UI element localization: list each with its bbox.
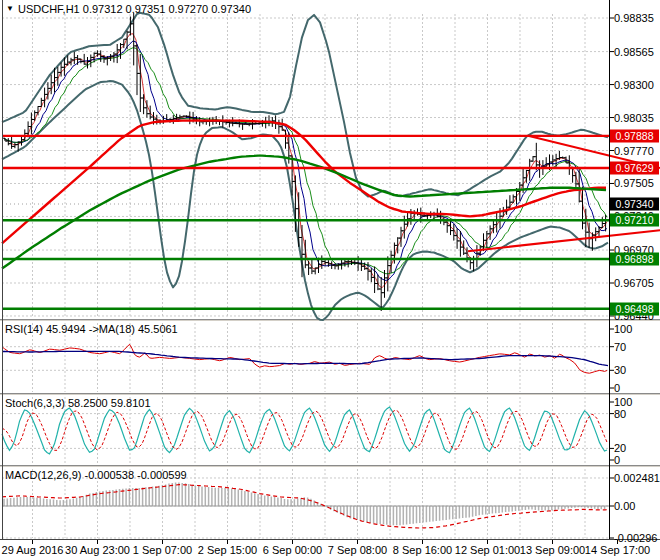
stoch-axis-label: 20 <box>614 443 626 454</box>
price-grid-label: 0.97505 <box>614 178 654 189</box>
time-label: 2 Sep 15:00 <box>198 544 257 556</box>
time-label: 30 Aug 23:00 <box>65 544 130 556</box>
macd-axis-label: 0.002481 <box>614 472 660 483</box>
time-label: 8 Sep 16:00 <box>393 544 452 556</box>
rsi-axis-label: 0 <box>614 383 620 394</box>
rsi-axis-label: 30 <box>614 365 626 376</box>
price-grid-label: 0.96705 <box>614 278 654 289</box>
price-badge-green: 0.96898 <box>610 253 659 266</box>
stoch-indicator-label: Stoch(6,3,3) 58.2500 59.8101 <box>5 397 151 409</box>
stoch-axis-label: 100 <box>614 397 632 408</box>
symbol-dropdown-icon[interactable]: ▼ <box>6 4 14 14</box>
macd-indicator-label: MACD(12,26,9) -0.000538 -0.000599 <box>5 469 187 481</box>
price-grid-label: 0.98565 <box>614 46 654 57</box>
price-badge-black: 0.97340 <box>610 198 659 211</box>
price-badge-green: 0.96498 <box>610 302 659 315</box>
price-grid-label: 0.98835 <box>614 13 654 24</box>
stoch-axis-label: 0 <box>614 455 620 466</box>
price-grid-label: 0.98035 <box>614 112 654 123</box>
rsi-axis-label: 70 <box>614 341 626 352</box>
stoch-axis-label: 80 <box>614 408 626 419</box>
time-label: 12 Sep 01:00 <box>455 544 520 556</box>
rsi-indicator-label: RSI(14) 45.9494 ->MA(18) 45.5061 <box>5 323 178 335</box>
time-label: 7 Sep 08:00 <box>328 544 387 556</box>
time-label: 14 Sep 17:00 <box>585 544 650 556</box>
macd-axis-label: -0.00296 <box>614 533 657 544</box>
time-label: 13 Sep 09:00 <box>520 544 585 556</box>
price-badge-red: 0.97629 <box>610 162 659 175</box>
macd-axis-label: 0.00 <box>614 501 635 512</box>
price-badge-red: 0.97888 <box>610 129 659 142</box>
time-label: 1 Sep 07:00 <box>133 544 192 556</box>
time-label: 29 Aug 2016 <box>2 544 64 556</box>
chart-title: USDCHF,H1 0.97312 0.97351 0.97270 0.9734… <box>18 3 251 15</box>
price-badge-green: 0.97210 <box>610 214 659 227</box>
time-label: 6 Sep 00:00 <box>263 544 322 556</box>
rsi-axis-label: 100 <box>614 324 632 335</box>
price-grid-label: 0.98300 <box>614 79 654 90</box>
mt4-chart-window: ▼ USDCHF,H1 0.97312 0.97351 0.97270 0.97… <box>0 0 660 560</box>
price-grid-label: 0.97770 <box>614 145 654 156</box>
